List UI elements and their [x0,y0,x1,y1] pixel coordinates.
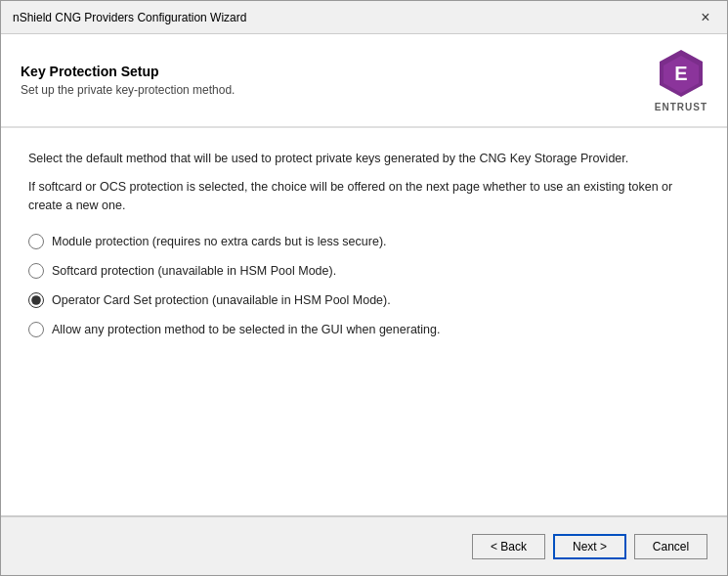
header-text: Key Protection Setup Set up the private … [21,64,235,97]
description-line-1: Select the default method that will be u… [28,150,700,168]
option-softcard[interactable]: Softcard protection (unavailable in HSM … [28,263,700,279]
option-allow-any-radio[interactable] [28,322,44,337]
title-bar: nShield CNG Providers Configuration Wiza… [1,1,727,34]
option-ocs-label: Operator Card Set protection (unavailabl… [52,293,391,307]
option-ocs-radio[interactable] [28,292,44,308]
page-title: Key Protection Setup [21,64,235,79]
window-title: nShield CNG Providers Configuration Wiza… [13,11,246,24]
cancel-button[interactable]: Cancel [634,534,707,559]
option-allow-any-label: Allow any protection method to be select… [52,323,440,336]
protection-options: Module protection (requires no extra car… [28,234,700,337]
page-subtitle: Set up the private key-protection method… [21,83,235,97]
footer-area: < Back Next > Cancel [1,516,727,575]
option-allow-any[interactable]: Allow any protection method to be select… [28,322,700,337]
wizard-window: nShield CNG Providers Configuration Wiza… [0,0,728,576]
option-module[interactable]: Module protection (requires no extra car… [28,234,700,249]
option-softcard-label: Softcard protection (unavailable in HSM … [52,264,336,278]
close-button[interactable]: × [696,8,715,27]
option-module-label: Module protection (requires no extra car… [52,235,387,248]
entrust-logo-label: ENTRUST [655,102,707,112]
next-button[interactable]: Next > [553,534,626,559]
option-ocs[interactable]: Operator Card Set protection (unavailabl… [28,292,700,308]
description-block: Select the default method that will be u… [28,150,700,214]
entrust-logo-icon: E [656,48,707,99]
description-line-2: If softcard or OCS protection is selecte… [28,178,700,215]
header-section: Key Protection Setup Set up the private … [1,34,727,128]
content-area: Select the default method that will be u… [1,128,727,515]
logo-area: E ENTRUST [655,48,707,112]
option-softcard-radio[interactable] [28,263,44,279]
option-module-radio[interactable] [28,234,44,249]
svg-text:E: E [674,63,687,84]
back-button[interactable]: < Back [472,534,545,559]
